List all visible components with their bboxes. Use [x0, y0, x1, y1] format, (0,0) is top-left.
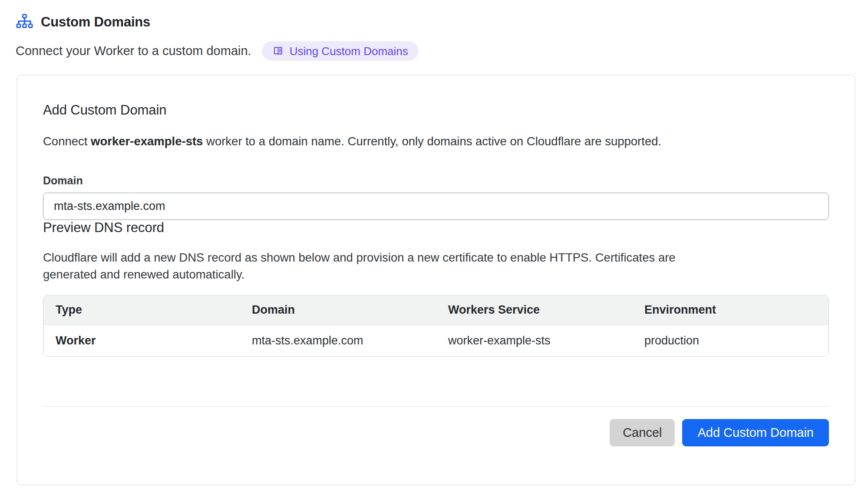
domain-input[interactable] [43, 193, 829, 220]
title-row: Custom Domains [16, 13, 868, 31]
subtitle-row: Connect your Worker to a custom domain. … [16, 41, 868, 61]
column-header-workers-service: Workers Service [436, 295, 632, 325]
cancel-button[interactable]: Cancel [610, 419, 675, 446]
description-prefix: Connect [43, 134, 91, 148]
column-header-environment: Environment [632, 295, 828, 325]
card-description: Connect worker-example-sts worker to a d… [43, 134, 829, 148]
worker-name: worker-example-sts [91, 134, 203, 148]
cell-environment: production [632, 325, 828, 356]
open-book-icon [272, 45, 284, 57]
footer-actions: Cancel Add Custom Domain [43, 419, 829, 446]
column-header-type: Type [43, 295, 240, 325]
page-header: Custom Domains Connect your Worker to a … [16, 13, 868, 61]
page-subtitle: Connect your Worker to a custom domain. [16, 44, 251, 58]
dns-preview-table: Type Domain Workers Service Environment … [43, 295, 829, 357]
add-custom-domain-card: Add Custom Domain Connect worker-example… [17, 75, 855, 485]
preview-dns-heading: Preview DNS record [43, 220, 829, 236]
cell-type: Worker [43, 325, 240, 356]
docs-link-label: Using Custom Domains [290, 46, 408, 57]
table-header-row: Type Domain Workers Service Environment [43, 295, 828, 325]
table-row: Worker mta-sts.example.com worker-exampl… [43, 325, 828, 356]
description-suffix: worker to a domain name. Currently, only… [203, 134, 661, 148]
footer-divider [43, 406, 829, 406]
cell-domain: mta-sts.example.com [240, 325, 436, 356]
add-custom-domain-button[interactable]: Add Custom Domain [682, 419, 829, 446]
sitemap-icon [16, 13, 33, 31]
card-heading: Add Custom Domain [43, 102, 829, 118]
page-title: Custom Domains [41, 14, 150, 30]
docs-link-using-custom-domains[interactable]: Using Custom Domains [262, 41, 419, 61]
preview-dns-description: Cloudflare will add a new DNS record as … [43, 249, 716, 283]
domain-field-label: Domain [43, 174, 829, 187]
cell-workers-service: worker-example-sts [436, 325, 632, 356]
column-header-domain: Domain [240, 295, 436, 325]
